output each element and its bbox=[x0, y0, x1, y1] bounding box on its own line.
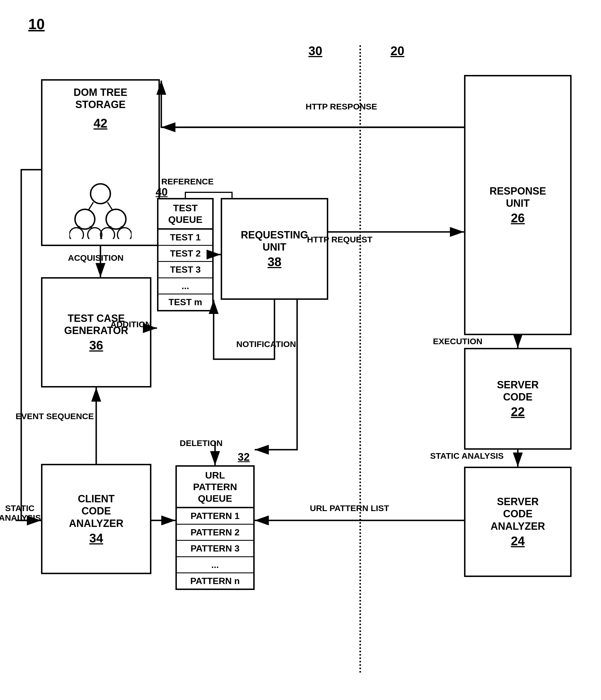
test-queue-item-3: TEST 3 bbox=[159, 262, 212, 278]
server-code-title: SERVERCODE bbox=[497, 379, 538, 403]
test-case-gen-box: TEST CASEGENERATOR 36 bbox=[41, 277, 151, 388]
dom-tree-storage-box: DOM TREESTORAGE 42 bbox=[41, 79, 160, 246]
main-label: 10 bbox=[28, 16, 45, 32]
server-code-box: SERVERCODE 22 bbox=[464, 348, 572, 450]
response-unit-num: 26 bbox=[511, 211, 525, 225]
test-queue-item-dots: ... bbox=[159, 278, 212, 294]
ref-30-label: 30 bbox=[308, 44, 322, 58]
requesting-unit-num: 38 bbox=[268, 255, 282, 269]
addition-label: ADDITION bbox=[110, 320, 151, 329]
diagram: 10 30 20 DOM TREESTORAGE 42 bbox=[0, 0, 601, 700]
test-queue-header: TESTQUEUE bbox=[159, 199, 212, 230]
pattern-item-dots: ... bbox=[177, 557, 253, 573]
test-queue-item-m: TEST m bbox=[159, 294, 212, 310]
ref-32-label: 32 bbox=[238, 451, 249, 463]
requesting-unit-title: REQUESTINGUNIT bbox=[241, 229, 308, 253]
test-case-gen-num: 36 bbox=[90, 338, 103, 352]
svg-point-1 bbox=[75, 209, 95, 229]
static-analysis-server-label: STATIC ANALYSIS bbox=[430, 451, 504, 461]
svg-point-5 bbox=[100, 228, 115, 239]
dom-tree-num: 42 bbox=[94, 116, 107, 130]
pattern-item-2: PATTERN 2 bbox=[177, 525, 253, 541]
svg-point-4 bbox=[88, 228, 102, 239]
url-pattern-list-label: URL PATTERN LIST bbox=[310, 503, 389, 513]
svg-line-7 bbox=[89, 202, 93, 210]
client-code-num: 34 bbox=[90, 531, 103, 545]
pattern-item-n: PATTERN n bbox=[177, 573, 253, 589]
static-analysis-client-label: STATIC ANALYSIS bbox=[0, 503, 48, 523]
acquisition-label: ACQUISITION bbox=[68, 253, 124, 263]
execution-label: EXECUTION bbox=[433, 336, 482, 346]
test-queue-item-1: TEST 1 bbox=[159, 230, 212, 246]
svg-point-3 bbox=[69, 228, 83, 239]
server-code-analyzer-box: SERVERCODEANALYZER 24 bbox=[464, 467, 572, 577]
server-code-analyzer-num: 24 bbox=[511, 534, 525, 548]
dom-tree-title: DOM TREESTORAGE bbox=[45, 86, 155, 110]
svg-point-2 bbox=[106, 209, 126, 229]
svg-line-8 bbox=[107, 202, 112, 210]
boundary-line bbox=[359, 45, 361, 673]
reference-label: REFERENCE bbox=[161, 177, 214, 186]
event-sequence-label: EVENT SEQUENCE bbox=[16, 411, 94, 421]
ref-40-label: 40 bbox=[155, 186, 168, 198]
pattern-item-3: PATTERN 3 bbox=[177, 541, 253, 557]
tree-icon bbox=[69, 182, 131, 239]
server-code-num: 22 bbox=[511, 405, 525, 419]
svg-point-6 bbox=[117, 228, 131, 239]
http-response-label: HTTP RESPONSE bbox=[306, 102, 377, 111]
client-code-title: CLIENTCODEANALYZER bbox=[69, 493, 124, 529]
requesting-unit-box: REQUESTINGUNIT 38 bbox=[221, 198, 328, 300]
client-code-box: CLIENTCODEANALYZER 34 bbox=[41, 464, 151, 574]
pattern-item-1: PATTERN 1 bbox=[177, 508, 253, 524]
deletion-label: DELETION bbox=[180, 439, 223, 448]
svg-point-0 bbox=[91, 184, 110, 204]
url-pattern-header: URLPATTERNQUEUE bbox=[177, 467, 253, 508]
url-pattern-queue-list: URLPATTERNQUEUE PATTERN 1 PATTERN 2 PATT… bbox=[175, 465, 255, 590]
ref-20-label: 20 bbox=[390, 44, 404, 58]
test-queue-item-2: TEST 2 bbox=[159, 246, 212, 262]
response-unit-box: RESPONSEUNIT 26 bbox=[464, 75, 572, 335]
test-queue-list: TESTQUEUE TEST 1 TEST 2 TEST 3 ... TEST … bbox=[157, 198, 214, 311]
server-code-analyzer-title: SERVERCODEANALYZER bbox=[491, 496, 545, 532]
response-unit-title: RESPONSEUNIT bbox=[489, 185, 546, 209]
http-request-label: HTTP REQUEST bbox=[307, 235, 372, 244]
notification-label: NOTIFICATION bbox=[236, 340, 296, 349]
